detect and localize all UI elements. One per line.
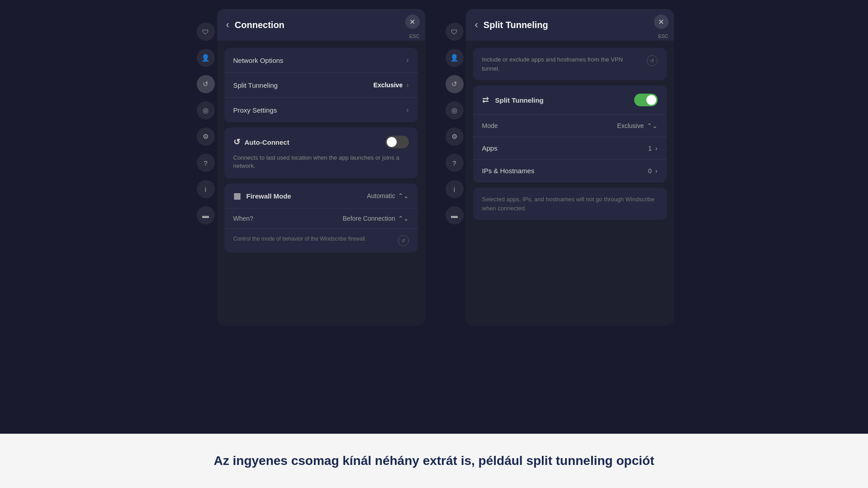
caption-text: Az ingyenes csomag kínál néhány extrát i… (214, 452, 655, 469)
firewall-when-selector[interactable]: Before Connection ⌃⌄ (343, 215, 409, 222)
firewall-when-row: When? Before Connection ⌃⌄ (224, 208, 418, 229)
connection-header: ‹ Connection ✕ ESC (217, 9, 425, 41)
sidebar-help-icon[interactable]: ? (197, 154, 215, 172)
apps-label: Apps (482, 144, 498, 152)
firewall-info-icon[interactable]: ↺ (398, 235, 409, 246)
connection-menu-card: Network Options › Split Tunneling Exclus… (224, 48, 418, 122)
proxy-settings-chevron: › (406, 106, 408, 114)
split-settings-card: ⇄ Split Tunneling Mode Exclusive ⌃⌄ (473, 85, 667, 182)
split-tunneling-content: Include or exclude apps and hostnames fr… (466, 41, 674, 326)
right-sidebar-info-icon[interactable]: i (446, 180, 464, 198)
auto-connect-card: ↺ Auto-Connect Connects to last used loc… (224, 128, 418, 178)
firewall-when-value: Before Connection (343, 215, 395, 222)
back-button[interactable]: ‹ (226, 19, 229, 31)
panel-title: Connection (235, 20, 285, 30)
sidebar-eye-icon[interactable]: ◎ (197, 101, 215, 119)
right-sidebar-eye-icon[interactable]: ◎ (446, 101, 464, 119)
split-tunneling-header: ‹ Split Tunneling ✕ ESC (466, 9, 674, 41)
exclusive-badge: Exclusive (374, 81, 403, 89)
firewall-mode-chevron: ⌃⌄ (398, 192, 409, 199)
apps-chevron: › (655, 145, 658, 152)
caption-bar: Az ingyenes csomag kínál néhány extrát i… (0, 434, 868, 488)
split-info-icon[interactable]: ↺ (647, 55, 658, 66)
ips-count: 0 (648, 167, 652, 175)
sidebar-info-icon[interactable]: i (197, 180, 215, 198)
mode-chevron: ⌃⌄ (647, 122, 658, 129)
auto-connect-top: ↺ Auto-Connect (233, 136, 409, 148)
auto-connect-label: ↺ Auto-Connect (233, 137, 289, 147)
sidebar-bookmark-icon[interactable]: ▬ (197, 206, 215, 224)
proxy-settings-item[interactable]: Proxy Settings › (224, 98, 418, 122)
right-sidebar-gear-icon[interactable]: ⚙ (446, 128, 464, 146)
split-tunneling-icon: ⇄ (482, 95, 489, 105)
auto-connect-text: Auto-Connect (245, 138, 289, 146)
mode-row: Mode Exclusive ⌃⌄ (473, 115, 667, 137)
firewall-label: Firewall Mode (247, 192, 367, 200)
toggle-knob (387, 137, 397, 147)
split-tunneling-label: Split Tunneling (495, 96, 634, 104)
auto-connect-description: Connects to last used location when the … (233, 154, 409, 170)
sidebar-user-icon[interactable]: 👤 (197, 49, 215, 67)
firewall-when-chevron: ⌃⌄ (398, 215, 409, 222)
apps-count-chevron: 1 › (648, 145, 657, 152)
apps-row[interactable]: Apps 1 › (473, 137, 667, 160)
mode-label: Mode (482, 122, 498, 129)
right-sidebar-connection-icon[interactable]: ↺ (446, 75, 464, 93)
proxy-settings-label: Proxy Settings (233, 106, 277, 114)
split-tunneling-label: Split Tunneling (233, 81, 278, 89)
split-info-card: Include or exclude apps and hostnames fr… (473, 48, 667, 80)
split-back-button[interactable]: ‹ (475, 19, 478, 31)
split-tunneling-chevron: › (406, 81, 408, 89)
split-toggle-knob (646, 95, 656, 105)
auto-connect-icon: ↺ (233, 137, 240, 147)
firewall-icon: ▦ (233, 191, 241, 201)
connection-content: Network Options › Split Tunneling Exclus… (217, 41, 425, 326)
firewall-when-label: When? (233, 215, 253, 222)
network-options-item[interactable]: Network Options › (224, 48, 418, 73)
split-tunneling-toggle[interactable] (634, 94, 658, 106)
sidebar-gear-icon[interactable]: ⚙ (197, 128, 215, 146)
firewall-mode-value: Automatic (367, 192, 395, 199)
sidebar-shield-icon[interactable]: 🛡 (197, 23, 215, 41)
mode-selector[interactable]: Exclusive ⌃⌄ (617, 122, 657, 129)
close-button[interactable]: ✕ (405, 14, 420, 29)
auto-connect-toggle[interactable] (385, 136, 409, 148)
ips-label: IPs & Hostnames (482, 167, 535, 175)
firewall-top: ▦ Firewall Mode Automatic ⌃⌄ (224, 184, 418, 208)
apps-count: 1 (648, 145, 652, 152)
left-sidebar: 🛡 👤 ↺ ◎ ⚙ ? i ▬ (194, 18, 217, 229)
right-sidebar-bookmark-icon[interactable]: ▬ (446, 206, 464, 224)
network-options-chevron: › (406, 56, 408, 64)
firewall-description-text: Control the mode of behavior of the Wind… (233, 235, 394, 243)
firewall-desc: Control the mode of behavior of the Wind… (224, 229, 418, 252)
split-tunneling-panel: ‹ Split Tunneling ✕ ESC Include or exclu… (466, 9, 674, 326)
ips-count-chevron: 0 › (648, 167, 657, 175)
right-sidebar-help-icon[interactable]: ? (446, 154, 464, 172)
split-close-button[interactable]: ✕ (654, 14, 669, 29)
firewall-card: ▦ Firewall Mode Automatic ⌃⌄ When? Befor… (224, 184, 418, 252)
split-panel-title: Split Tunneling (484, 20, 548, 30)
split-note-text: Selected apps, IPs, and hostnames will n… (482, 195, 658, 213)
connection-panel: ‹ Connection ✕ ESC Network Options › Spl… (217, 9, 425, 326)
right-sidebar-shield-icon[interactable]: 🛡 (446, 23, 464, 41)
split-toggle-row: ⇄ Split Tunneling (473, 85, 667, 115)
split-tunneling-right: Exclusive › (374, 81, 409, 89)
split-info-text: Include or exclude apps and hostnames fr… (482, 55, 642, 73)
mode-value: Exclusive (617, 122, 644, 129)
split-esc-label: ESC (658, 33, 669, 39)
esc-label: ESC (409, 33, 420, 39)
ips-chevron: › (655, 167, 658, 175)
network-options-label: Network Options (233, 57, 284, 64)
split-note-card: Selected apps, IPs, and hostnames will n… (473, 188, 667, 220)
firewall-mode-selector[interactable]: Automatic ⌃⌄ (367, 192, 408, 199)
ips-row[interactable]: IPs & Hostnames 0 › (473, 160, 667, 182)
sidebar-connection-icon[interactable]: ↺ (197, 75, 215, 93)
right-sidebar: 🛡 👤 ↺ ◎ ⚙ ? i ▬ (443, 18, 466, 229)
split-tunneling-item[interactable]: Split Tunneling Exclusive › (224, 73, 418, 98)
right-sidebar-user-icon[interactable]: 👤 (446, 49, 464, 67)
